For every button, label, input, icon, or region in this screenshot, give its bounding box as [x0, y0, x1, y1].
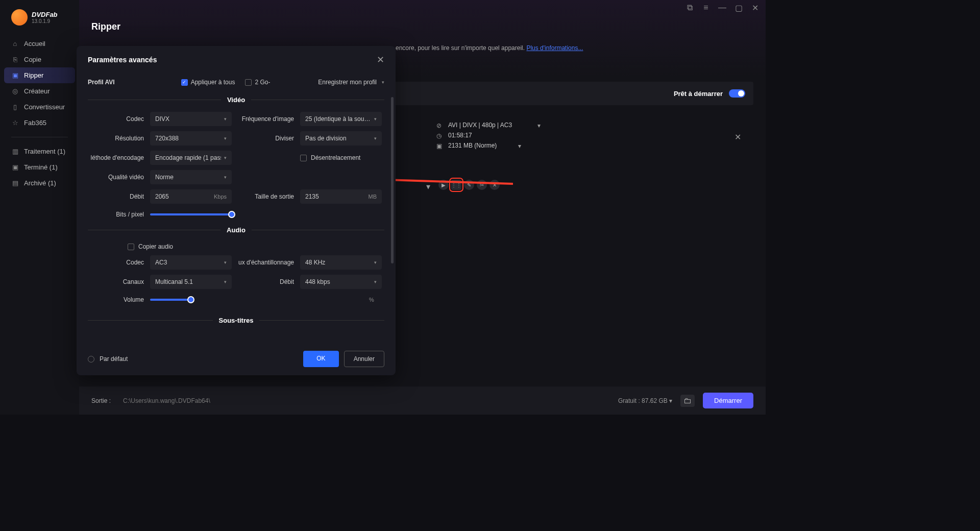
sidebar-item-createur[interactable]: ◎Créateur	[4, 83, 75, 99]
sidebar-item-fab365[interactable]: ☆Fab365	[4, 115, 75, 131]
disc-icon: ⊘	[436, 122, 443, 129]
video-bitrate-input[interactable]: 2065Kbps	[150, 189, 232, 204]
ready-toggle[interactable]	[729, 89, 745, 98]
resolution-label: Résolution	[88, 135, 144, 142]
creator-icon: ◎	[11, 87, 19, 95]
edit-icon[interactable]: ✎	[464, 180, 474, 190]
framerate-label: Fréquence d'image	[238, 115, 294, 123]
bpp-label: Bits / pixel	[88, 211, 144, 218]
audio-bitrate-select[interactable]: 448 kbps▾	[300, 275, 382, 289]
archive-icon: ▤	[11, 179, 19, 187]
bottom-bar: Sortie : C:\Users\kun.wang\.DVDFab64\ Gr…	[79, 387, 766, 415]
processing-icon: ▥	[11, 148, 19, 155]
sidebar-label: Convertisseur	[24, 103, 65, 111]
item-size: 2131 MB (Norme)	[448, 142, 497, 149]
modal-scrollbar[interactable]	[391, 97, 394, 263]
home-icon: ⌂	[11, 40, 19, 47]
copy-audio-checkbox[interactable]	[128, 244, 134, 250]
gb2-label: 2 Go-	[255, 79, 270, 86]
sidebar-label: Terminé (1)	[24, 163, 58, 171]
copy-icon: ⎘	[11, 56, 19, 63]
audio-codec-label: Codec	[88, 259, 144, 266]
app-name: DVDFab	[32, 11, 58, 18]
sidebar-label: Archivé (1)	[24, 179, 56, 187]
app-version: 13.0.1.9	[32, 18, 58, 24]
video-resolution-select[interactable]: 720x388▾	[150, 131, 232, 146]
default-radio[interactable]	[88, 356, 94, 363]
remove-icon[interactable]: ✕	[489, 180, 500, 190]
queue-item: ⊘ AVI | DIVX | 480p | AC3 ▾ ◷ 01:58:17 ▣…	[436, 120, 745, 151]
size-icon: ▣	[436, 142, 443, 149]
output-path[interactable]: C:\Users\kun.wang\.DVDFab64\	[117, 394, 216, 407]
settings-icon[interactable]: ⋮⋮	[451, 180, 461, 190]
info-link[interactable]: Plus d'informations...	[526, 44, 583, 52]
cancel-button[interactable]: Annuler	[344, 351, 384, 367]
sidebar-item-archive[interactable]: ▤Archivé (1)	[4, 175, 75, 191]
output-size-label: Taille de sortie	[238, 193, 294, 200]
encoding-label: léthode d'encodage	[88, 154, 144, 161]
fab365-icon: ☆	[11, 119, 19, 127]
output-label: Sortie :	[91, 397, 111, 404]
deinterlace-checkbox[interactable]	[300, 155, 307, 161]
ok-button[interactable]: OK	[303, 351, 338, 367]
gb2-checkbox[interactable]	[245, 79, 252, 86]
close-item-icon[interactable]: ✕	[734, 132, 741, 142]
video-codec-select[interactable]: DIVX▾	[150, 112, 232, 126]
modal-title: Paramètres avancés	[88, 56, 157, 64]
channels-label: Canaux	[88, 278, 144, 285]
chevron-down-icon[interactable]: ▾	[537, 122, 544, 129]
minimize-icon[interactable]: —	[719, 4, 726, 11]
sidebar-label: Créateur	[24, 87, 50, 95]
video-quality-select[interactable]: Norme▾	[150, 170, 232, 184]
volume-slider[interactable]	[150, 299, 191, 301]
sidebar-item-ripper[interactable]: ▣Ripper	[4, 67, 75, 83]
subtitle-section-title: Sous-titres	[219, 317, 254, 324]
chevron-down-icon[interactable]: ▾	[518, 142, 525, 149]
audio-samplerate-select[interactable]: 48 KHz▾	[300, 255, 382, 270]
play-icon[interactable]: ▶	[438, 180, 449, 190]
sidebar: DVDFab 13.0.1.9 ⌂Accueil ⎘Copie ▣Ripper …	[0, 0, 79, 415]
converter-icon: ▯	[11, 103, 19, 111]
video-section-title: Vidéo	[227, 96, 245, 104]
clock-icon: ◷	[436, 132, 443, 139]
codec-label: Codec	[88, 115, 144, 123]
logo-icon	[11, 9, 28, 26]
sidebar-label: Accueil	[24, 40, 45, 47]
sidebar-item-copie[interactable]: ⎘Copie	[4, 52, 75, 67]
app-logo: DVDFab 13.0.1.9	[0, 9, 79, 36]
apply-all-label: Appliquer à tous	[191, 79, 235, 86]
free-space-label[interactable]: Gratuit : 87.62 GB ▾	[618, 397, 672, 404]
folder-icon[interactable]: 🗀	[680, 395, 695, 407]
sidebar-item-termine[interactable]: ▣Terminé (1)	[4, 159, 75, 175]
audio-channels-select[interactable]: Multicanal 5.1▾	[150, 275, 232, 289]
profile-label: Profil AVI	[88, 79, 115, 86]
video-split-select[interactable]: Pas de division▾	[300, 131, 382, 146]
start-button[interactable]: Démarrer	[703, 393, 753, 408]
sidebar-item-accueil[interactable]: ⌂Accueil	[4, 36, 75, 52]
video-framerate-select[interactable]: 25 (Identique à la source)▾	[300, 112, 382, 126]
output-size-input[interactable]: 2135MB	[300, 189, 382, 204]
sidebar-label: Ripper	[24, 71, 43, 79]
default-label: Par défaut	[100, 355, 128, 363]
maximize-icon[interactable]: ▢	[735, 4, 742, 11]
deinterlace-label: Désentrelacement	[311, 154, 360, 161]
page-title: Ripper	[79, 0, 766, 44]
titlebar-layers-icon[interactable]: ⧉	[686, 4, 693, 11]
chevron-down-icon[interactable]: ▾	[426, 182, 433, 188]
bpp-slider[interactable]	[150, 213, 232, 215]
copy-audio-label: Copier audio	[138, 243, 173, 250]
close-icon[interactable]: ✕	[751, 4, 758, 11]
save-profile-dropdown[interactable]: Enregistrer mon profil▾	[318, 79, 384, 86]
sidebar-item-convertisseur[interactable]: ▯Convertisseur	[4, 99, 75, 115]
audio-codec-select[interactable]: AC3▾	[150, 255, 232, 270]
sidebar-item-traitement[interactable]: ▥Traitement (1)	[4, 143, 75, 159]
audio-bitrate-label: Débit	[238, 278, 294, 285]
crop-icon[interactable]: ✂	[477, 180, 487, 190]
video-encoding-select[interactable]: Encodage rapide (1 passe)▾	[150, 151, 232, 165]
sidebar-label: Copie	[24, 56, 41, 63]
titlebar-menu-icon[interactable]: ≡	[702, 4, 709, 11]
samplerate-label: ux d'échantillonnage	[238, 259, 294, 266]
split-label: Diviser	[238, 135, 294, 142]
apply-all-checkbox[interactable]	[181, 79, 188, 86]
modal-close-icon[interactable]: ✕	[377, 54, 384, 65]
